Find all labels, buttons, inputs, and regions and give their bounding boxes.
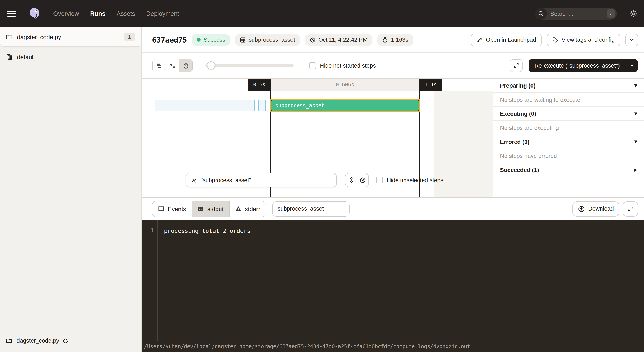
tag-icon — [552, 37, 558, 43]
caret-down-icon: ▼ — [634, 83, 637, 88]
log-step-filter-input[interactable]: subprocess_asset — [272, 201, 350, 216]
dagster-run-page: Overview Runs Assets Deployment Search..… — [0, 0, 644, 352]
gantt-step-bar[interactable]: subprocess_asset — [271, 100, 419, 111]
top-nav: Overview Runs Assets Deployment Search..… — [0, 0, 644, 27]
selector-actions — [345, 173, 369, 187]
nav-item-runs[interactable]: Runs — [90, 10, 106, 17]
section-succeeded[interactable]: Succeeded (1)▶ — [493, 163, 644, 177]
folder-icon — [6, 338, 12, 344]
caret-right-icon: ▶ — [634, 168, 637, 172]
hide-not-started-checkbox-row[interactable]: Hide not started steps — [309, 62, 376, 69]
hide-unselected-checkbox-row[interactable]: Hide unselected steps — [376, 177, 444, 183]
nav-item-assets[interactable]: Assets — [116, 10, 135, 17]
gantt-chart: 0.606s 0.5s 1.1s subprocess_asset — [142, 78, 493, 198]
tab-stderr[interactable]: stderr — [230, 201, 266, 216]
more-actions-button[interactable] — [625, 33, 638, 46]
section-preparing-empty: No steps are waiting to execute — [493, 93, 644, 107]
caret-down-icon: ▼ — [634, 140, 637, 144]
waiting-span — [258, 100, 266, 111]
section-executing-empty: No steps are executing — [493, 121, 644, 135]
asset-tag[interactable]: subprocess_asset — [235, 34, 300, 45]
view-flat-button[interactable] — [153, 59, 166, 72]
expand-icon — [513, 62, 519, 68]
checkbox-icon[interactable] — [376, 177, 383, 183]
folder-icon — [6, 33, 13, 40]
tab-events[interactable]: Events — [152, 201, 192, 216]
reexecute-label[interactable]: Re-execute ("subprocess_asset") — [528, 59, 626, 72]
sidebar-item-code-location[interactable]: dagster_code.py 1 — [0, 27, 142, 47]
sidebar: dagster_code.py 1 default dagster_code.p… — [0, 27, 142, 352]
search-shortcut-key: / — [607, 9, 614, 18]
table-icon — [158, 206, 164, 212]
gear-icon[interactable] — [630, 9, 638, 18]
repo-grid-icon — [6, 54, 13, 60]
view-tags-config-button[interactable]: View tags and config — [547, 33, 620, 46]
caret-down-icon — [630, 63, 634, 68]
view-timed-button[interactable] — [179, 59, 192, 72]
gantt-fullscreen-button[interactable] — [510, 59, 522, 72]
run-id: 637aed75 — [152, 35, 187, 44]
terminal-icon — [198, 206, 204, 212]
checkbox-icon[interactable] — [309, 62, 316, 69]
warning-icon — [235, 206, 242, 212]
status-badge: Success — [192, 34, 230, 45]
search-input[interactable]: Search... / — [535, 8, 617, 19]
gantt-toolbar: Hide not started steps Re-execute ("subp… — [142, 53, 644, 78]
selection-span: 0.606s — [271, 79, 419, 91]
timestamp-tag[interactable]: Oct 11, 4:22:42 PM — [305, 34, 372, 45]
axis-marker-start: 0.5s — [248, 79, 271, 91]
search-icon — [535, 8, 547, 19]
code-location-label: dagster_code.py — [17, 33, 124, 40]
log-line: processing total 2 orders — [164, 227, 250, 234]
section-errored[interactable]: Errored (0)▼ — [493, 135, 644, 149]
run-count-badge: 1 — [124, 32, 136, 41]
log-file-path: /Users/yuhan/dev/local/dagster_home/stor… — [142, 341, 644, 352]
open-in-launchpad-button[interactable]: Open in Launchpad — [471, 33, 542, 46]
slider-thumb[interactable] — [207, 61, 215, 69]
log-toolbar: Events stdout stderr subprocess_asset — [142, 198, 644, 220]
sidebar-item-repo-default[interactable]: default — [0, 49, 142, 65]
pencil-icon — [476, 37, 482, 43]
dagster-logo-icon[interactable] — [27, 6, 42, 21]
search-placeholder: Search... — [550, 10, 607, 17]
step-selector-input[interactable]: "subprocess_asset" — [186, 173, 337, 187]
diamond-stack-icon — [348, 177, 354, 183]
nav-item-deployment[interactable]: Deployment — [146, 10, 179, 17]
op-selector-icon — [191, 177, 197, 183]
clock-icon — [310, 37, 316, 43]
clear-selection-button[interactable] — [357, 173, 368, 187]
log-viewer[interactable]: 1 processing total 2 orders — [142, 220, 644, 341]
caret-down-icon: ▼ — [634, 111, 637, 116]
section-executing[interactable]: Executing (0)▼ — [493, 107, 644, 121]
tab-stdout[interactable]: stdout — [192, 201, 230, 216]
step-selector-value: "subprocess_asset" — [200, 177, 251, 183]
reexecute-dropdown[interactable] — [626, 59, 638, 72]
log-fullscreen-button[interactable] — [623, 201, 638, 216]
duration-tag[interactable]: 1.163s — [377, 34, 413, 45]
section-errored-empty: No steps have errored — [493, 149, 644, 163]
line-number: 1 — [151, 227, 154, 234]
section-preparing[interactable]: Preparing (0)▼ — [493, 79, 644, 93]
asset-grid-icon — [240, 37, 246, 43]
reexecute-button[interactable]: Re-execute ("subprocess_asset") — [528, 59, 638, 72]
log-filter-value: subprocess_asset — [278, 206, 324, 212]
download-icon — [578, 205, 585, 212]
reload-icon[interactable] — [62, 338, 68, 344]
nav-item-overview[interactable]: Overview — [53, 10, 79, 17]
clear-circle-icon — [360, 177, 366, 183]
waiting-span — [154, 100, 255, 111]
menu-icon[interactable] — [7, 11, 16, 16]
download-button[interactable]: Download — [572, 201, 619, 216]
gantt-view-mode-group — [152, 59, 192, 72]
expand-icon — [628, 206, 633, 212]
gantt-zoom-slider[interactable] — [205, 61, 294, 70]
expand-selection-button[interactable] — [346, 173, 357, 187]
repo-label: default — [17, 54, 35, 60]
nav-links: Overview Runs Assets Deployment — [53, 10, 179, 17]
footer-code-location-label: dagster_code.py — [16, 338, 59, 344]
line-number-gutter: 1 — [142, 220, 158, 341]
status-dot-icon — [197, 38, 200, 42]
axis-marker-end: 1.1s — [419, 79, 442, 91]
view-waterfall-button[interactable] — [166, 59, 179, 72]
gantt-canvas[interactable]: subprocess_asset "subprocess_asset" — [142, 91, 493, 198]
